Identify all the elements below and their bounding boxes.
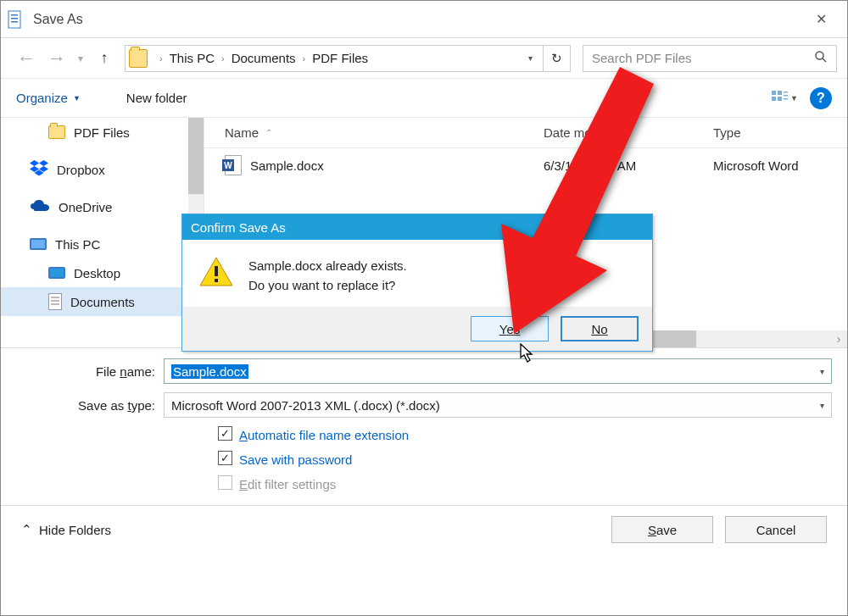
up-button[interactable]: ↑ xyxy=(89,43,120,74)
chevron-icon: › xyxy=(159,53,163,64)
refresh-button[interactable]: ↻ xyxy=(544,45,571,72)
dialog-title: Confirm Save As xyxy=(182,214,652,240)
sidebar-item-label: OneDrive xyxy=(59,200,112,214)
filename-value: Sample.docx xyxy=(171,364,248,379)
folder-icon xyxy=(129,49,148,68)
dialog-message: Sample.docx already exists. Do you want … xyxy=(248,257,407,295)
save-button[interactable]: Save xyxy=(611,516,713,543)
sidebar-item-label: Desktop xyxy=(74,266,120,280)
title-bar: Save As ✕ xyxy=(1,1,847,38)
column-type[interactable]: Type xyxy=(713,125,847,140)
address-dropdown-icon[interactable]: ▾ xyxy=(528,53,533,63)
app-icon xyxy=(8,10,23,29)
toolbar: Organize▼ New folder ▼ ? xyxy=(1,79,847,118)
dropbox-icon xyxy=(30,160,48,180)
breadcrumb-documents[interactable]: Documents xyxy=(232,51,296,65)
svg-rect-2 xyxy=(11,18,18,19)
word-file-icon xyxy=(225,155,242,175)
svg-rect-19 xyxy=(215,266,218,276)
sidebar-item-label: PDF Files xyxy=(74,125,130,140)
sidebar-item-dropbox[interactable]: Dropbox xyxy=(1,155,204,184)
svg-rect-3 xyxy=(11,21,18,23)
column-headers: Name ⌃ Date modified Type xyxy=(204,118,847,148)
checkbox-auto-extension[interactable]: ✓ Automatic file name extension xyxy=(16,426,832,444)
svg-rect-1 xyxy=(11,14,18,16)
svg-marker-14 xyxy=(39,160,48,166)
svg-rect-0 xyxy=(8,11,20,28)
yes-button[interactable]: Yes xyxy=(471,316,549,341)
sidebar-item-label: This PC xyxy=(55,237,100,252)
chevron-icon: › xyxy=(221,53,225,64)
dropdown-icon[interactable]: ▾ xyxy=(820,401,824,410)
sidebar: PDF Files Dropbox OneDrive This PC Deskt… xyxy=(1,118,204,347)
monitor-icon xyxy=(30,238,47,250)
svg-rect-8 xyxy=(772,97,776,101)
dropdown-icon[interactable]: ▾ xyxy=(820,367,824,376)
address-bar[interactable]: › This PC › Documents › PDF Files ▾ xyxy=(125,45,544,72)
savetype-select[interactable]: Microsoft Word 2007-2013 XML (.docx) (*.… xyxy=(164,392,832,418)
column-date[interactable]: Date modified xyxy=(544,125,713,140)
sidebar-item-label: Documents xyxy=(70,295,135,309)
save-form: File name: Sample.docx ▾ Save as type: M… xyxy=(1,348,847,506)
help-button[interactable]: ? xyxy=(810,87,832,109)
sidebar-item-desktop[interactable]: Desktop xyxy=(1,258,204,287)
column-name[interactable]: Name ⌃ xyxy=(204,125,544,140)
checkbox-edit-filter: Edit filter settings xyxy=(16,475,832,493)
sidebar-item-label: Dropbox xyxy=(57,163,105,177)
file-date: 6/3/16 12:28 AM xyxy=(544,158,713,173)
svg-line-5 xyxy=(823,58,826,62)
search-placeholder: Search PDF Files xyxy=(592,51,692,65)
breadcrumb-leaf[interactable]: PDF Files xyxy=(312,51,368,65)
monitor-icon xyxy=(48,267,65,279)
window-title: Save As xyxy=(33,12,83,27)
confirm-dialog: Confirm Save As Sample.docx already exis… xyxy=(181,214,653,352)
filename-label: File name: xyxy=(16,364,164,379)
savetype-label: Save as type: xyxy=(16,398,164,413)
checkbox-icon: ✓ xyxy=(218,426,232,441)
svg-rect-6 xyxy=(772,91,776,95)
file-type: Microsoft Word xyxy=(713,158,847,173)
sidebar-item-onedrive[interactable]: OneDrive xyxy=(1,192,204,221)
new-folder-button[interactable]: New folder xyxy=(126,91,187,105)
breadcrumb-root[interactable]: This PC xyxy=(170,51,215,65)
footer: ⌃ Hide Folders Save Cancel xyxy=(1,506,847,553)
chevron-icon: › xyxy=(303,53,306,64)
svg-rect-11 xyxy=(784,95,788,97)
close-button[interactable]: ✕ xyxy=(801,7,840,32)
sidebar-item-this-pc[interactable]: This PC xyxy=(1,230,204,258)
checkbox-icon xyxy=(218,475,232,490)
sort-indicator-icon: ⌃ xyxy=(265,128,272,137)
svg-rect-12 xyxy=(784,98,788,100)
svg-marker-13 xyxy=(30,160,39,166)
search-input[interactable]: Search PDF Files xyxy=(583,45,837,72)
svg-point-4 xyxy=(816,52,823,59)
nav-row: ← → ▾ ↑ › This PC › Documents › PDF File… xyxy=(1,38,847,79)
organize-menu[interactable]: Organize▼ xyxy=(16,91,81,105)
file-name: Sample.docx xyxy=(250,158,324,173)
cancel-button[interactable]: Cancel xyxy=(725,516,827,543)
forward-button[interactable]: → xyxy=(42,43,72,74)
chevron-up-icon: ⌃ xyxy=(21,522,32,537)
savetype-value: Microsoft Word 2007-2013 XML (.docx) (*.… xyxy=(171,398,440,413)
svg-rect-7 xyxy=(778,91,782,95)
back-button[interactable]: ← xyxy=(11,43,42,74)
no-button[interactable]: No xyxy=(561,316,639,341)
svg-rect-10 xyxy=(784,92,788,93)
svg-rect-20 xyxy=(215,279,218,282)
svg-rect-9 xyxy=(778,97,782,101)
onedrive-icon xyxy=(30,199,50,215)
checkbox-save-password[interactable]: ✓ Save with password xyxy=(16,451,832,469)
hide-folders-button[interactable]: ⌃ Hide Folders xyxy=(21,522,111,537)
view-options-button[interactable]: ▼ xyxy=(772,91,798,106)
checkbox-icon: ✓ xyxy=(218,451,232,465)
warning-icon xyxy=(199,257,233,287)
folder-icon xyxy=(48,125,65,139)
filename-input[interactable]: Sample.docx ▾ xyxy=(164,358,832,384)
search-icon xyxy=(814,50,828,66)
document-icon xyxy=(48,293,62,310)
sidebar-item-documents[interactable]: Documents xyxy=(1,287,204,316)
file-row[interactable]: Sample.docx 6/3/16 12:28 AM Microsoft Wo… xyxy=(204,148,847,182)
sidebar-item-pdf-files[interactable]: PDF Files xyxy=(1,118,204,147)
history-dropdown[interactable]: ▾ xyxy=(72,43,89,74)
